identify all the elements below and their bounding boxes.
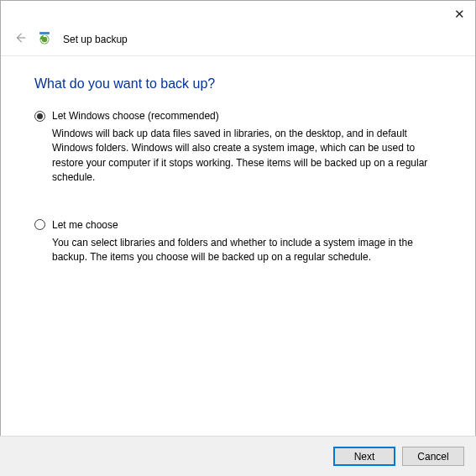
next-button[interactable]: Next (333, 447, 395, 466)
option-windows-choose-desc: Windows will back up data files saved in… (52, 127, 442, 186)
backup-icon (38, 31, 51, 47)
close-icon[interactable]: ✕ (454, 8, 465, 20)
svg-rect-1 (39, 32, 50, 34)
radio-let-me-choose[interactable] (34, 219, 45, 230)
option-windows-choose[interactable]: Let Windows choose (recommended) Windows… (34, 110, 442, 186)
titlebar: ✕ (1, 1, 475, 26)
page-heading: What do you want to back up? (34, 76, 442, 92)
cancel-button[interactable]: Cancel (402, 447, 464, 466)
option-let-me-choose-desc: You can select libraries and folders and… (52, 236, 442, 265)
radio-windows-choose[interactable] (34, 111, 45, 122)
wizard-content: What do you want to back up? Let Windows… (1, 56, 475, 306)
wizard-header: Set up backup (1, 26, 475, 56)
back-arrow-icon[interactable] (14, 32, 26, 46)
option-let-me-choose-label: Let me choose (52, 219, 118, 231)
wizard-footer: Next Cancel (0, 436, 476, 476)
option-windows-choose-label: Let Windows choose (recommended) (52, 110, 219, 122)
wizard-title: Set up backup (63, 34, 128, 45)
option-let-me-choose[interactable]: Let me choose You can select libraries a… (34, 219, 442, 265)
